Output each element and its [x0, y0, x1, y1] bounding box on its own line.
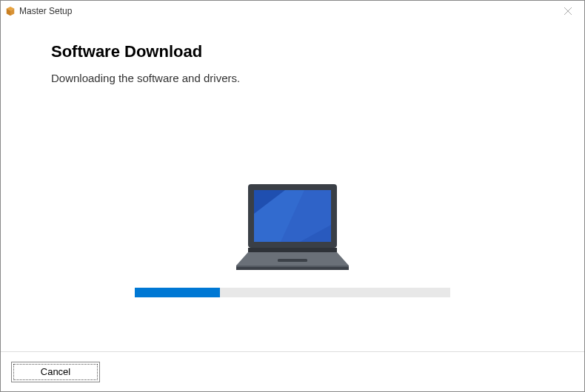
close-icon — [564, 7, 572, 15]
page-subtitle: Downloading the software and drivers. — [51, 72, 534, 84]
titlebar: Master Setup — [1, 1, 584, 21]
progress-bar — [135, 288, 450, 297]
app-title: Master Setup — [19, 6, 72, 16]
laptop-icon — [233, 184, 352, 271]
close-button[interactable] — [558, 4, 578, 18]
titlebar-left: Master Setup — [5, 6, 72, 16]
footer: Cancel — [1, 351, 584, 391]
svg-rect-8 — [278, 259, 307, 262]
cancel-button[interactable]: Cancel — [11, 362, 100, 382]
box-icon — [5, 6, 16, 16]
svg-rect-10 — [236, 266, 349, 267]
progress-fill — [135, 288, 220, 297]
illustration-area — [1, 184, 584, 297]
page-title: Software Download — [51, 42, 534, 61]
main-content: Software Download Downloading the softwa… — [1, 21, 584, 84]
svg-rect-6 — [248, 248, 337, 252]
